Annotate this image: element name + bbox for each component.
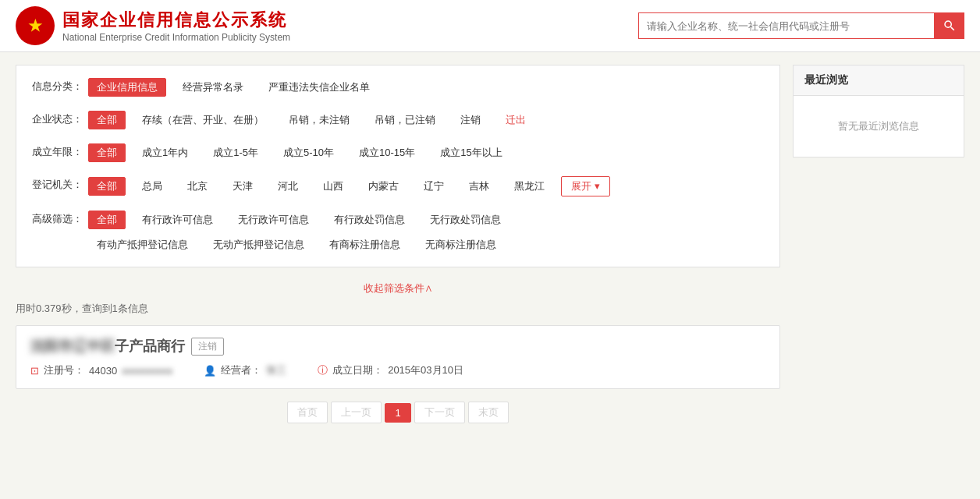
filter-box: 信息分类： 企业信用信息 经营异常名录 严重违法失信企业名单 企业状态： 全部 … (16, 65, 780, 267)
filter-registry-row: 登记机关： 全部 总局 北京 天津 河北 山西 内蒙古 辽宁 吉林 黑龙江 展开… (32, 176, 764, 196)
filter-advanced-row: 高级筛选： 全部 有行政许可信息 无行政许可信息 有行政处罚信息 无行政处罚信息 (32, 211, 764, 229)
year-options: 全部 成立1年内 成立1-5年 成立5-10年 成立10-15年 成立15年以上 (88, 143, 764, 162)
founded-date: 2015年03月10日 (388, 363, 463, 377)
search-area (638, 12, 964, 39)
result-card[interactable]: 沈阳市辽中区子产品商行 注销 ⊡ 注册号： 44030 xxxxxxxxxx 👤… (16, 325, 780, 389)
logo-star: ★ (28, 16, 42, 35)
founded-icon: ⓘ (318, 363, 328, 377)
status-label: 企业状态： (32, 111, 88, 126)
status-btn-revoked-reg[interactable]: 吊销，已注销 (366, 111, 444, 129)
reg-btn-ln[interactable]: 辽宁 (415, 177, 453, 196)
page-current[interactable]: 1 (385, 403, 410, 423)
category-options: 企业信用信息 经营异常名录 严重违法失信企业名单 (88, 78, 764, 97)
category-label: 信息分类： (32, 78, 88, 94)
status-btn-relocated[interactable]: 迁出 (497, 111, 534, 129)
founded-label: 成立日期： (332, 363, 383, 377)
status-options: 全部 存续（在营、开业、在册） 吊销，未注销 吊销，已注销 注销 迁出 (88, 111, 764, 129)
reg-btn-zj[interactable]: 总局 (133, 177, 171, 196)
header-title: 国家企业信用信息公示系统 National Enterprise Credit … (62, 9, 290, 43)
reg-no-value: 44030 (89, 365, 117, 377)
reg-no-blurred: xxxxxxxxxx (122, 365, 172, 377)
year-btn-5-10[interactable]: 成立5-10年 (275, 143, 343, 162)
pagination: 首页 上一页 1 下一页 末页 (16, 389, 780, 436)
reg-btn-hb[interactable]: 河北 (269, 177, 307, 196)
year-label: 成立年限： (32, 143, 88, 159)
year-btn-all[interactable]: 全部 (88, 143, 126, 162)
logo-emblem: ★ (16, 6, 55, 45)
advanced-btn-has-mortgage[interactable]: 有动产抵押登记信息 (88, 235, 197, 254)
advanced-btn-no-mortgage[interactable]: 无动产抵押登记信息 (204, 235, 313, 254)
company-name: 沈阳市辽中区子产品商行 (30, 337, 185, 356)
advanced-btn-no-penalty[interactable]: 无行政处罚信息 (421, 211, 510, 229)
status-btn-cancelled[interactable]: 注销 (452, 111, 489, 129)
company-name-blurred: 沈阳市辽中区 (30, 337, 115, 356)
main-container: 信息分类： 企业信用信息 经营异常名录 严重违法失信企业名单 企业状态： 全部 … (0, 52, 980, 448)
manager-label: 经营者： (221, 363, 261, 377)
category-btn-illegal[interactable]: 严重违法失信企业名单 (260, 78, 378, 97)
filter-advanced-row2: 有动产抵押登记信息 无动产抵押登记信息 有商标注册信息 无商标注册信息 (88, 235, 764, 254)
manager-value: 张三 (266, 363, 286, 377)
reg-options: 全部 总局 北京 天津 河北 山西 内蒙古 辽宁 吉林 黑龙江 展开 ▾ (88, 176, 764, 196)
advanced-btn-no-trademark[interactable]: 无商标注册信息 (417, 235, 505, 254)
filter-category-row: 信息分类： 企业信用信息 经营异常名录 严重违法失信企业名单 (32, 78, 764, 97)
advanced-options2: 有动产抵押登记信息 无动产抵押登记信息 有商标注册信息 无商标注册信息 (88, 235, 764, 254)
reg-btn-hlj[interactable]: 黑龙江 (506, 177, 553, 196)
filter-year-row: 成立年限： 全部 成立1年内 成立1-5年 成立5-10年 成立10-15年 成… (32, 143, 764, 162)
advanced-btn-all[interactable]: 全部 (88, 211, 126, 229)
advanced-btn-has-permit[interactable]: 有行政许可信息 (133, 211, 222, 229)
result-info: 用时0.379秒，查询到1条信息 (16, 299, 780, 319)
recent-box: 最近浏览 暂无最近浏览信息 (793, 65, 964, 157)
reg-btn-all[interactable]: 全部 (88, 177, 126, 196)
manager-icon: 👤 (204, 365, 216, 377)
title-cn: 国家企业信用信息公示系统 (62, 9, 290, 32)
page-prev[interactable]: 上一页 (331, 402, 382, 423)
expand-button[interactable]: 展开 ▾ (561, 176, 610, 196)
status-btn-all[interactable]: 全部 (88, 111, 126, 129)
status-btn-active[interactable]: 存续（在营、开业、在册） (133, 111, 272, 129)
search-icon (943, 19, 957, 33)
category-btn-credit[interactable]: 企业信用信息 (88, 78, 166, 97)
manager-item: 👤 经营者： 张三 (204, 363, 286, 377)
reg-label: 登记机关： (32, 176, 88, 192)
year-btn-1[interactable]: 成立1年内 (133, 143, 197, 162)
header: ★ 国家企业信用信息公示系统 National Enterprise Credi… (0, 0, 980, 52)
reg-no-label: 注册号： (44, 363, 84, 377)
collapse-link[interactable]: 收起筛选条件∧ (16, 275, 780, 299)
result-card-details: ⊡ 注册号： 44030 xxxxxxxxxx 👤 经营者： 张三 ⓘ 成立日期… (30, 363, 765, 377)
page-first[interactable]: 首页 (287, 402, 328, 423)
reg-icon: ⊡ (30, 365, 39, 377)
company-name-visible: 子产品商行 (115, 338, 185, 354)
result-card-header: 沈阳市辽中区子产品商行 注销 (30, 337, 765, 356)
reg-btn-nmg[interactable]: 内蒙古 (360, 177, 407, 196)
category-btn-abnormal[interactable]: 经营异常名录 (174, 78, 252, 97)
title-en: National Enterprise Credit Information P… (62, 32, 290, 43)
reg-btn-bj[interactable]: 北京 (179, 177, 216, 196)
advanced-btn-no-permit[interactable]: 无行政许可信息 (229, 211, 318, 229)
year-btn-10-15[interactable]: 成立10-15年 (350, 143, 424, 162)
founded-item: ⓘ 成立日期： 2015年03月10日 (318, 363, 463, 377)
year-btn-15plus[interactable]: 成立15年以上 (431, 143, 510, 162)
advanced-label: 高级筛选： (32, 211, 88, 226)
page-last[interactable]: 末页 (468, 402, 509, 423)
right-panel: 最近浏览 暂无最近浏览信息 (793, 65, 964, 436)
search-input[interactable] (638, 12, 935, 39)
logo-area: ★ 国家企业信用信息公示系统 National Enterprise Credi… (16, 6, 290, 45)
advanced-options: 全部 有行政许可信息 无行政许可信息 有行政处罚信息 无行政处罚信息 (88, 211, 764, 229)
left-panel: 信息分类： 企业信用信息 经营异常名录 严重违法失信企业名单 企业状态： 全部 … (16, 65, 780, 436)
year-btn-1-5[interactable]: 成立1-5年 (204, 143, 267, 162)
reg-no-item: ⊡ 注册号： 44030 xxxxxxxxxx (30, 363, 172, 377)
advanced-btn-has-penalty[interactable]: 有行政处罚信息 (325, 211, 414, 229)
page-next[interactable]: 下一页 (414, 402, 465, 423)
reg-btn-sx[interactable]: 山西 (314, 177, 352, 196)
recent-header: 最近浏览 (794, 65, 964, 96)
advanced-btn-has-trademark[interactable]: 有商标注册信息 (321, 235, 409, 254)
status-btn-revoked-unreg[interactable]: 吊销，未注销 (280, 111, 358, 129)
status-badge: 注销 (191, 338, 224, 356)
reg-btn-tj[interactable]: 天津 (224, 177, 261, 196)
filter-status-row: 企业状态： 全部 存续（在营、开业、在册） 吊销，未注销 吊销，已注销 注销 迁… (32, 111, 764, 129)
search-button[interactable] (935, 12, 964, 39)
reg-btn-jl[interactable]: 吉林 (460, 177, 498, 196)
recent-empty: 暂无最近浏览信息 (794, 96, 964, 157)
